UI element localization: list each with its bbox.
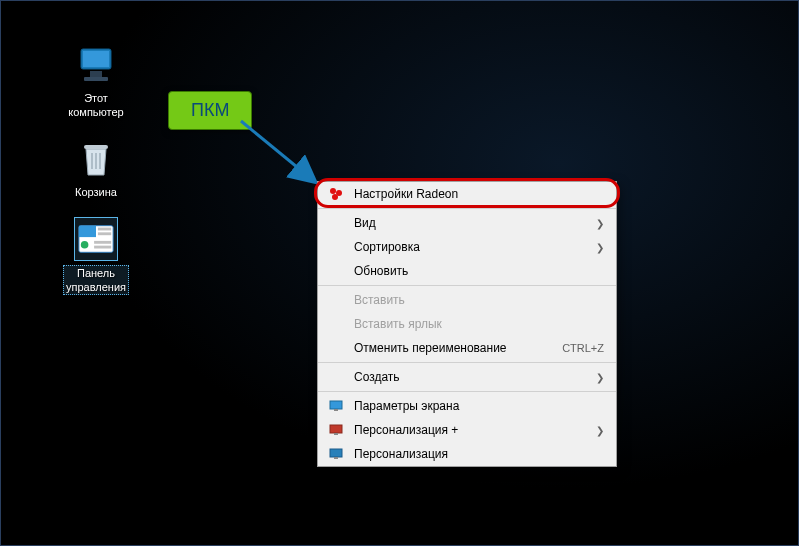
svg-point-9	[81, 241, 89, 249]
chevron-right-icon: ❯	[596, 242, 604, 253]
recycle-bin-icon[interactable]: Корзина	[56, 137, 136, 199]
personalize-icon	[328, 446, 344, 462]
menu-item-display[interactable]: Параметры экрана	[318, 394, 616, 418]
menu-item-view[interactable]: Вид ❯	[318, 211, 616, 235]
menu-item-new[interactable]: Создать ❯	[318, 365, 616, 389]
this-pc-icon[interactable]: Этот компьютер	[56, 43, 136, 119]
svg-rect-2	[90, 71, 102, 77]
desktop-context-menu: Настройки Radeon Вид ❯ Сортировка ❯ Обно…	[317, 181, 617, 467]
menu-item-sort[interactable]: Сортировка ❯	[318, 235, 616, 259]
svg-rect-21	[330, 449, 342, 457]
separator	[318, 362, 616, 363]
menu-item-radeon[interactable]: Настройки Radeon	[318, 182, 616, 206]
menu-label: Настройки Radeon	[354, 187, 458, 201]
menu-label: Обновить	[354, 264, 408, 278]
keyboard-shortcut: CTRL+Z	[562, 342, 604, 354]
panel-icon	[74, 217, 118, 261]
svg-rect-4	[84, 145, 108, 149]
svg-point-14	[330, 188, 336, 194]
menu-label: Вставить	[354, 293, 405, 307]
separator	[318, 391, 616, 392]
chevron-right-icon: ❯	[596, 425, 604, 436]
arrow-annotation	[236, 116, 326, 196]
personalize-plus-icon	[328, 422, 344, 438]
chevron-right-icon: ❯	[596, 218, 604, 229]
display-icon	[328, 398, 344, 414]
menu-label: Вставить ярлык	[354, 317, 442, 331]
menu-item-refresh[interactable]: Обновить	[318, 259, 616, 283]
svg-rect-19	[330, 425, 342, 433]
menu-item-personalize[interactable]: Персонализация	[318, 442, 616, 466]
menu-label: Персонализация +	[354, 423, 458, 437]
control-panel-icon[interactable]: Панель управления	[56, 217, 136, 295]
icon-label: Корзина	[75, 185, 117, 199]
menu-label: Персонализация	[354, 447, 448, 461]
svg-rect-3	[84, 77, 108, 81]
svg-rect-8	[98, 232, 111, 235]
icon-label: Этот компьютер	[68, 91, 123, 119]
svg-rect-22	[334, 457, 338, 459]
svg-rect-10	[94, 241, 111, 244]
icon-label: Панель управления	[63, 265, 129, 295]
bin-icon	[74, 137, 118, 181]
menu-item-paste: Вставить	[318, 288, 616, 312]
menu-label: Отменить переименование	[354, 341, 507, 355]
svg-rect-7	[98, 228, 111, 231]
chevron-right-icon: ❯	[596, 372, 604, 383]
separator	[318, 285, 616, 286]
svg-rect-6	[79, 226, 96, 237]
separator	[318, 208, 616, 209]
menu-label: Создать	[354, 370, 400, 384]
menu-label: Сортировка	[354, 240, 420, 254]
svg-rect-11	[94, 246, 111, 249]
computer-icon	[74, 43, 118, 87]
menu-label: Параметры экрана	[354, 399, 459, 413]
menu-label: Вид	[354, 216, 376, 230]
menu-item-personalize-plus[interactable]: Персонализация + ❯	[318, 418, 616, 442]
svg-line-13	[241, 121, 314, 181]
svg-point-16	[332, 194, 338, 200]
svg-rect-18	[334, 409, 338, 411]
radeon-icon	[328, 186, 344, 202]
svg-rect-1	[83, 51, 109, 67]
svg-rect-17	[330, 401, 342, 409]
callout-text: ПКМ	[191, 100, 229, 120]
menu-item-paste-shortcut: Вставить ярлык	[318, 312, 616, 336]
svg-rect-20	[334, 433, 338, 435]
desktop-icons-area: Этот компьютер Корзина Панель управления	[56, 43, 136, 295]
menu-item-undo[interactable]: Отменить переименование CTRL+Z	[318, 336, 616, 360]
